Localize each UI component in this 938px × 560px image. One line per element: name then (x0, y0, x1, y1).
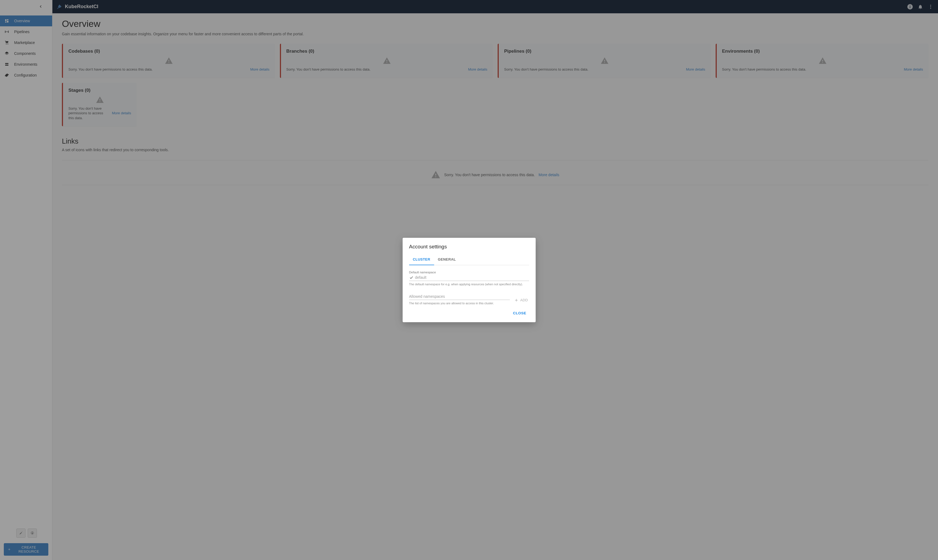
close-button[interactable]: CLOSE (510, 309, 529, 317)
add-namespace-button[interactable]: ADD (513, 297, 529, 305)
account-settings-modal: Account settings CLUSTER GENERAL Default… (403, 238, 536, 322)
default-namespace-field: Default namespace The default namespace … (409, 271, 529, 286)
allowed-namespaces-input[interactable] (409, 294, 510, 298)
field-help: The default namespace for e.g. when appl… (409, 282, 529, 286)
allowed-namespaces-field: The list of namespaces you are allowed t… (409, 294, 510, 305)
plus-icon (514, 298, 518, 302)
tab-cluster[interactable]: CLUSTER (409, 255, 434, 265)
check-icon (409, 275, 414, 280)
tab-general[interactable]: GENERAL (434, 255, 460, 265)
field-label: Default namespace (409, 271, 529, 274)
modal-tabs: CLUSTER GENERAL (409, 255, 529, 265)
default-namespace-input[interactable] (415, 275, 529, 280)
modal-title: Account settings (409, 244, 529, 250)
modal-overlay[interactable]: Account settings CLUSTER GENERAL Default… (0, 0, 938, 560)
add-button-label: ADD (520, 298, 528, 302)
field-help: The list of namespaces you are allowed t… (409, 301, 510, 305)
